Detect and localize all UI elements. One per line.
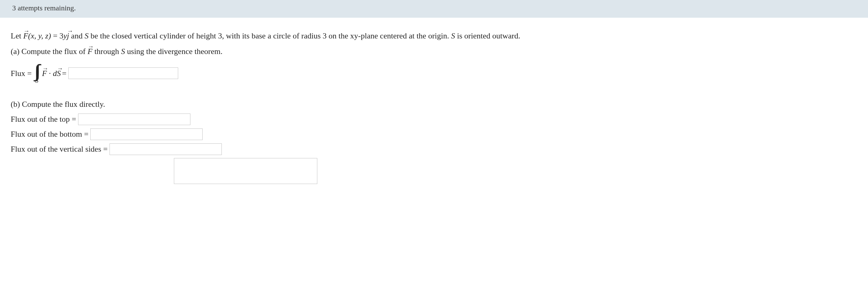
radius-value: 3 [323,31,327,40]
text: through [92,47,121,56]
text: Let [11,31,23,40]
unit-j: j [67,30,69,42]
flux-divergence-input[interactable] [68,67,178,79]
differential-d: d [53,69,57,78]
part-a-prompt: (a) Compute the flux of F through S usin… [11,46,857,57]
flux-label: Flux = [11,67,32,79]
attempts-text: 3 attempts remaining. [12,4,76,12]
text: using the divergence theorem. [125,47,222,56]
flux-top-input[interactable] [78,114,190,125]
problem-statement: Let F(x, y, z) = 3yj and S be the closed… [11,30,857,42]
part-b-heading: (b) Compute the flux directly. [11,98,857,110]
var-s: S [85,31,89,40]
vector-f: F [23,30,28,42]
answer-box[interactable] [174,158,317,184]
integral-icon: ∫∫ [34,63,37,79]
flux-bottom-label: Flux out of the bottom = [11,128,89,140]
integrand: F · dS [42,67,61,79]
vector-f: F [42,67,47,79]
problem-content: Let F(x, y, z) = 3yj and S be the closed… [0,18,868,190]
flux-sides-input[interactable] [110,144,222,155]
flux-top-row: Flux out of the top = [11,113,857,125]
vector-s: S [57,67,61,79]
var-y: y [63,31,67,40]
equals: = [51,31,60,40]
double-integral: ∫∫ S [33,63,38,84]
coeff: 3 [60,31,63,40]
text: be the closed vertical cylinder of heigh… [89,31,218,40]
var-s: S [121,47,125,56]
flux-bottom-row: Flux out of the bottom = [11,128,857,140]
text: , with its base a circle of radius [222,31,323,40]
attempts-banner: 3 attempts remaining. [0,0,868,18]
flux-sides-row: Flux out of the vertical sides = [11,143,857,155]
f-args: (x, y, z) [28,31,51,40]
part-a-answer-row: Flux = ∫∫ S F · dS = [11,63,857,84]
text: (a) Compute the flux of [11,47,88,56]
flux-sides-label: Flux out of the vertical sides = [11,143,108,155]
flux-top-label: Flux out of the top = [11,113,76,125]
height-value: 3 [218,31,222,40]
flux-bottom-input[interactable] [90,128,203,140]
flux-expression: Flux = ∫∫ S F · dS = [11,63,66,84]
text: on the xy-plane centered at the origin. [327,31,451,40]
integral-sub-s: S [35,78,38,84]
var-s: S [451,31,455,40]
vector-f: F [88,46,92,57]
text: is oriented outward. [455,31,521,40]
